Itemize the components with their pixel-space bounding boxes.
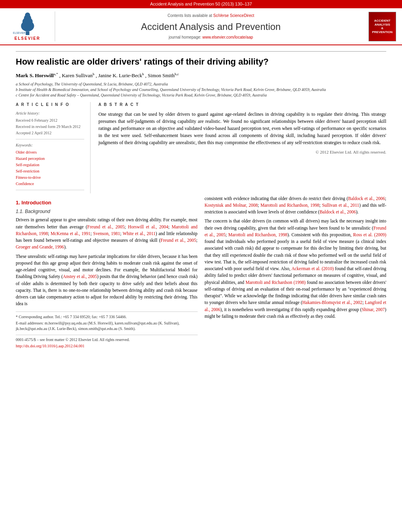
issn-line: 0001-4575/$ – see front matter © 2012 El…: [16, 337, 198, 343]
ref-horswill2004[interactable]: Horswill et al., 2004: [128, 224, 168, 229]
history-label: Article history:: [16, 111, 84, 116]
journal-header: ELSEVIER ELSEVIER Contents lists availab…: [0, 8, 402, 45]
svg-text:ELSEVIER: ELSEVIER: [13, 32, 26, 35]
article-info-heading: A R T I C L E I N F O: [16, 102, 84, 108]
journal-homepage: journal homepage: www.elsevier.com/locat…: [169, 35, 253, 40]
journal-title: Accident Analysis and Prevention: [141, 20, 281, 33]
keyword-1: Older drivers: [16, 150, 84, 155]
journal-issue-text: Accident Analysis and Prevention 50 (201…: [150, 2, 252, 6]
journal-header-center: Contents lists available at SciVerse Sci…: [59, 11, 363, 41]
article-info-col: A R T I C L E I N F O Article history: R…: [16, 102, 91, 193]
right-para1: consistent with evidence indicating that…: [205, 195, 387, 216]
intro-heading: 1. Introduction: [16, 199, 198, 206]
ref-marottoli1998b[interactable]: Marottoli and Richardson, 1998: [260, 203, 319, 208]
ref-shinar2007[interactable]: Shinar, 2007: [362, 307, 385, 312]
ref-baldock2006[interactable]: Baldock et al., 2006: [348, 196, 385, 201]
body-right: consistent with evidence indicating that…: [205, 195, 387, 350]
ref-ackerman2010[interactable]: Ackerman et al. (2010): [291, 266, 334, 271]
ref-groeger1996[interactable]: Groeger and Grande, 1996: [16, 245, 64, 249]
homepage-link[interactable]: www.elsevier.com/locate/aap: [202, 35, 253, 39]
copyright-line: © 2012 Elsevier Ltd. All rights reserved…: [98, 149, 386, 155]
revised-date: Received in revised form 29 March 2012: [16, 124, 84, 130]
footnotes: * Corresponding author. Tel.: +65 7 334 …: [16, 311, 198, 332]
journal-badge: ACCIDENTANALYSIS&PREVENTION: [369, 12, 396, 41]
ref-marottoli1998d[interactable]: Marottoli and Richardson (1998): [245, 280, 306, 285]
abstract-text: One strategy that can be used by older d…: [98, 111, 386, 146]
elsevier-tree-icon: ELSEVIER: [10, 11, 45, 35]
footnote-emails: E-mail addresses: m.horswill@psy.uq.edu.…: [16, 321, 198, 332]
author4-name: , Simon Smith: [145, 72, 175, 78]
ref-mckenna1991[interactable]: McKenna et al., 1991: [51, 231, 91, 236]
article-title: How realistic are older drivers' ratings…: [16, 51, 386, 68]
keyword-5: Fitness-to-drive: [16, 175, 84, 180]
authors-line: Mark S. Horswilla,* , Karen Sullivanb , …: [16, 72, 386, 80]
keywords-label: Keywords:: [16, 143, 84, 148]
elsevier-branding: ELSEVIER ELSEVIER: [4, 11, 55, 41]
homepage-text: journal homepage:: [169, 35, 202, 39]
sciverse-line: Contents lists available at SciVerse Sci…: [167, 13, 254, 19]
affiliation-a: a School of Psychology, The University o…: [16, 82, 386, 87]
main-content: How realistic are older drivers' ratings…: [0, 45, 402, 357]
ref-ross2009[interactable]: Ross et al. (2009): [353, 232, 386, 237]
author2-sup: b: [93, 72, 94, 76]
elsevier-label: ELSEVIER: [15, 36, 40, 41]
email-label: E-mail addresses:: [16, 321, 44, 325]
elsevier-logo: ELSEVIER ELSEVIER: [10, 11, 45, 41]
author4-sup: b,c: [175, 72, 179, 76]
body-left: 1. Introduction 1.1. Background Drivers …: [16, 195, 198, 350]
sciverse-text: Contents lists available at: [167, 13, 213, 18]
affiliations: a School of Psychology, The University o…: [16, 82, 386, 98]
divider1: [16, 139, 84, 139]
author1-name: Mark S. Horswill: [16, 72, 54, 78]
affiliation-c: c Centre for Accident and Road Safety – …: [16, 93, 386, 98]
ref-marottoli1998c[interactable]: Marottoli and Richardson, 1998: [228, 232, 287, 237]
body-cols: 1. Introduction 1.1. Background Drivers …: [16, 195, 386, 350]
svg-rect-0: [26, 32, 29, 35]
affiliation-b: b Institute of Health & Biomedical Innov…: [16, 87, 386, 93]
abstract-col: A B S T R A C T One strategy that can be…: [98, 102, 386, 193]
doi-line: http://dx.doi.org/10.1016/j.aap.2012.04.…: [16, 343, 198, 349]
received-date: Received 6 February 2012: [16, 118, 84, 123]
ref-baldock2006b[interactable]: Baldock et al., 2006: [320, 209, 356, 214]
sciverse-link[interactable]: SciVerse ScienceDirect: [213, 13, 254, 18]
author2-name: , Karen Sullivan: [59, 72, 93, 78]
abstract-heading: A B S T R A C T: [98, 102, 386, 108]
ref-anstey2005[interactable]: Anstey et al., 2005: [63, 274, 97, 279]
intro-para1: Drivers in general appear to give unreal…: [16, 217, 198, 250]
ref-freund2005[interactable]: Freund et al., 2005: [87, 224, 125, 229]
keyword-6: Confidence: [16, 181, 84, 187]
keyword-3: Self-regulation: [16, 162, 84, 168]
ref-white2011[interactable]: White et al., 2011: [122, 231, 156, 236]
divider2: [16, 190, 84, 190]
ref-hakamies2002[interactable]: Hakamies-Blomqvist et al., 2002: [302, 300, 363, 305]
footnote-corresponding: * Corresponding author. Tel.: +65 7 334 …: [16, 314, 198, 320]
svg-point-4: [25, 13, 30, 18]
author1-sup: a,*: [54, 72, 58, 76]
bottom-footer: 0001-4575/$ – see front matter © 2012 El…: [16, 335, 198, 349]
ref-svenson1981[interactable]: Svenson, 1981: [93, 231, 120, 236]
author3-name: , Janine K. Lurie-Beck: [96, 72, 142, 78]
keyword-2: Hazard perception: [16, 156, 84, 161]
right-para2: The concern is that older drivers (in co…: [205, 218, 387, 320]
info-abstract-cols: A R T I C L E I N F O Article history: R…: [16, 102, 386, 193]
journal-issue-bar: Accident Analysis and Prevention 50 (201…: [0, 0, 402, 8]
ref-kostyniuk2008[interactable]: Kostyniuk and Molnar, 2008: [205, 203, 258, 208]
intro-para2: These unrealistic self-ratings may have …: [16, 253, 198, 308]
author3-sup: b: [142, 72, 144, 76]
ref-sullivan2011[interactable]: Sullivan et al., 2011: [322, 203, 359, 208]
ref-freund2005b[interactable]: Freund et al., 2005: [161, 238, 196, 243]
keyword-4: Self-restriction: [16, 169, 84, 174]
intro-sub-heading: 1.1. Background: [16, 208, 198, 215]
journal-logo-right: ACCIDENTANALYSIS&PREVENTION: [367, 11, 398, 41]
doi-link[interactable]: http://dx.doi.org/10.1016/j.aap.2012.04.…: [16, 344, 85, 348]
keywords-list: Older drivers Hazard perception Self-reg…: [16, 150, 84, 187]
accepted-date: Accepted 2 April 2012: [16, 130, 84, 136]
